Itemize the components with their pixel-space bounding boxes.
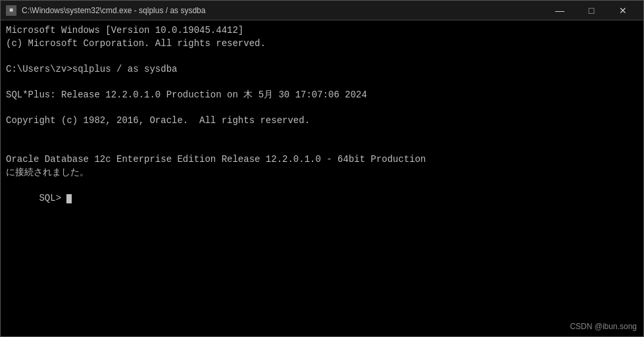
terminal-line-empty	[6, 128, 638, 141]
terminal-line: に接続されました。	[6, 167, 638, 180]
window-title: C:\Windows\system32\cmd.exe - sqlplus / …	[22, 6, 205, 15]
window-controls: — □ ✕	[545, 1, 638, 20]
terminal-line: SQL*Plus: Release 12.2.0.1.0 Production …	[6, 89, 638, 102]
terminal-line: Oracle Database 12c Enterprise Edition R…	[6, 153, 638, 167]
minimize-button[interactable]: —	[545, 1, 575, 20]
terminal-line: C:\Users\zv>sqlplus / as sysdba	[6, 63, 638, 76]
cmd-icon: ■	[6, 5, 16, 16]
terminal-line-copyright: Copyright (c) 1982, 2016, Oracle. All ri…	[6, 115, 638, 128]
watermark-text: CSDN @ibun.song	[570, 322, 637, 331]
cmd-window: ■ C:\Windows\system32\cmd.exe - sqlplus …	[0, 0, 644, 337]
maximize-button[interactable]: □	[576, 1, 607, 20]
cursor-blink	[66, 194, 72, 203]
close-button[interactable]: ✕	[608, 1, 638, 20]
title-bar-left: ■ C:\Windows\system32\cmd.exe - sqlplus …	[6, 5, 205, 16]
terminal-line: Microsoft Windows [Version 10.0.19045.44…	[6, 24, 638, 38]
terminal-prompt: SQL>	[39, 193, 66, 203]
title-bar: ■ C:\Windows\system32\cmd.exe - sqlplus …	[1, 1, 643, 20]
terminal-line-empty	[6, 102, 638, 115]
terminal-body[interactable]: Microsoft Windows [Version 10.0.19045.44…	[1, 20, 643, 336]
terminal-line-empty	[6, 140, 638, 153]
terminal-line-empty	[6, 50, 638, 63]
terminal-line: (c) Microsoft Corporation. All rights re…	[6, 38, 638, 51]
terminal-prompt-line: SQL>	[6, 179, 638, 218]
terminal-line-empty	[6, 76, 638, 89]
